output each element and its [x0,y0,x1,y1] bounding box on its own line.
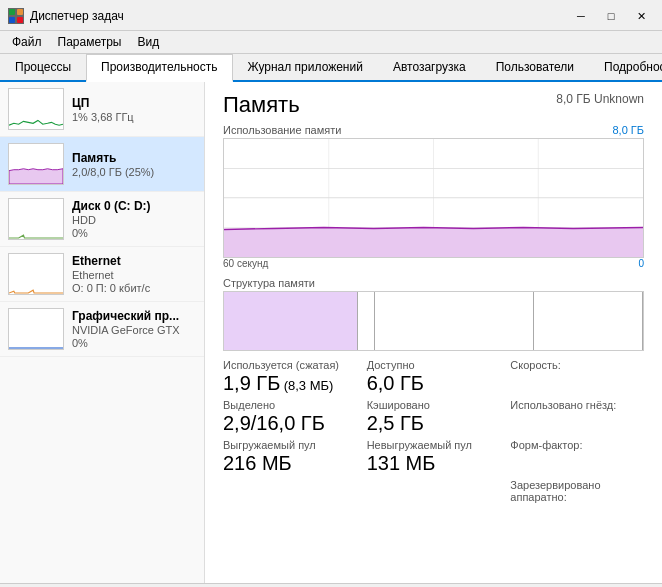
memory-mini-graph [8,143,64,185]
stat-used: Используется (сжатая) 1,9 ГБ (8,3 МБ) [223,359,357,395]
window-title: Диспетчер задач [30,9,568,23]
minimize-button[interactable]: ─ [568,6,594,26]
stat-slots: Использовано гнёзд: [510,399,644,435]
stat-speed: Скорость: [510,359,644,395]
ethernet-title: Ethernet [72,254,196,268]
stat-available: Доступно 6,0 ГБ [367,359,501,395]
ethernet-mini-graph [8,253,64,295]
tab-app-history[interactable]: Журнал приложений [233,54,378,80]
sidebar-item-cpu[interactable]: ЦП 1% 3,68 ГГц [0,82,204,137]
tab-performance[interactable]: Производительность [86,54,232,82]
svg-rect-2 [9,17,15,23]
app-icon [8,8,24,24]
svg-rect-1 [17,9,23,15]
svg-marker-11 [224,228,643,258]
cpu-title: ЦП [72,96,196,110]
disk-sub2: 0% [72,227,196,239]
sidebar: ЦП 1% 3,68 ГГц Память 2,0/8,0 ГБ (25%) [0,82,205,583]
disk-info: Диск 0 (C: D:) HDD 0% [72,199,196,239]
struct-standby [375,292,534,350]
stat-nonpaged-pool: Невыгружаемый пул 131 МБ [367,439,501,475]
stat-reserved: Зарезервировано аппаратно: [510,479,644,503]
ethernet-info: Ethernet Ethernet О: 0 П: 0 кбит/с [72,254,196,294]
chart-label-text: Использование памяти [223,124,341,136]
stat-empty2 [367,479,501,503]
close-button[interactable]: ✕ [628,6,654,26]
disk-sub1: HDD [72,214,196,226]
menu-params[interactable]: Параметры [50,33,130,51]
window-controls: ─ □ ✕ [568,6,654,26]
struct-free [534,292,643,350]
stat-form-factor: Форм-фактор: [510,439,644,475]
cpu-mini-graph [8,88,64,130]
tab-processes[interactable]: Процессы [0,54,86,80]
title-bar: Диспетчер задач ─ □ ✕ [0,0,662,31]
menu-view[interactable]: Вид [129,33,167,51]
gpu-sub2: 0% [72,337,196,349]
struct-modified [358,292,375,350]
sidebar-item-disk[interactable]: Диск 0 (C: D:) HDD 0% [0,192,204,247]
maximize-button[interactable]: □ [598,6,624,26]
detail-specs: 8,0 ГБ Unknown [556,92,644,106]
stat-empty1 [223,479,357,503]
struct-section: Структура памяти [223,277,644,351]
main-content: ЦП 1% 3,68 ГГц Память 2,0/8,0 ГБ (25%) [0,82,662,583]
time-label-right: 0 [638,258,644,269]
detail-specs-text: 8,0 ГБ Unknown [556,92,644,106]
struct-chart [223,291,644,351]
disk-title: Диск 0 (C: D:) [72,199,196,213]
sidebar-item-gpu[interactable]: Графический пр... NVIDIA GeForce GTX 0% [0,302,204,357]
ethernet-sub1: Ethernet [72,269,196,281]
tab-startup[interactable]: Автозагрузка [378,54,481,80]
struct-inner [224,292,643,350]
stat-committed: Выделено 2,9/16,0 ГБ [223,399,357,435]
memory-sub: 2,0/8,0 ГБ (25%) [72,166,196,178]
svg-marker-4 [9,169,63,184]
stats-grid: Используется (сжатая) 1,9 ГБ (8,3 МБ) До… [223,359,644,503]
gpu-title: Графический пр... [72,309,196,323]
bottom-bar: ⬆ Меньше | ⊘ Открыть монитор ресурсов [0,583,662,587]
tab-users[interactable]: Пользователи [481,54,589,80]
struct-label: Структура памяти [223,277,644,289]
chart-time-labels: 60 секунд 0 [223,258,644,269]
memory-chart-inner [224,139,643,257]
chart-max-label: 8,0 ГБ [612,124,644,136]
stat-paged-pool: Выгружаемый пул 216 МБ [223,439,357,475]
cpu-info: ЦП 1% 3,68 ГГц [72,96,196,123]
chart-label-row: Использование памяти 8,0 ГБ [223,124,644,136]
menu-file[interactable]: Файл [4,33,50,51]
sidebar-item-ethernet[interactable]: Ethernet Ethernet О: 0 П: 0 кбит/с [0,247,204,302]
time-label-left: 60 секунд [223,258,268,269]
svg-rect-0 [9,9,15,15]
detail-panel: Память 8,0 ГБ Unknown Использование памя… [205,82,662,583]
gpu-sub1: NVIDIA GeForce GTX [72,324,196,336]
ethernet-sub2: О: 0 П: 0 кбит/с [72,282,196,294]
memory-title: Память [72,151,196,165]
cpu-sub: 1% 3,68 ГГц [72,111,196,123]
detail-header: Память 8,0 ГБ Unknown [223,92,644,118]
memory-chart [223,138,644,258]
memory-usage-section: Использование памяти 8,0 ГБ [223,124,644,269]
memory-info: Память 2,0/8,0 ГБ (25%) [72,151,196,178]
sidebar-item-memory[interactable]: Память 2,0/8,0 ГБ (25%) [0,137,204,192]
gpu-mini-graph [8,308,64,350]
gpu-info: Графический пр... NVIDIA GeForce GTX 0% [72,309,196,349]
tab-details[interactable]: Подробности [589,54,662,80]
stat-cached: Кэшировано 2,5 ГБ [367,399,501,435]
disk-mini-graph [8,198,64,240]
menu-bar: Файл Параметры Вид [0,31,662,54]
svg-rect-3 [17,17,23,23]
tabs-bar: Процессы Производительность Журнал прило… [0,54,662,82]
struct-in-use [224,292,358,350]
detail-title: Память [223,92,300,118]
